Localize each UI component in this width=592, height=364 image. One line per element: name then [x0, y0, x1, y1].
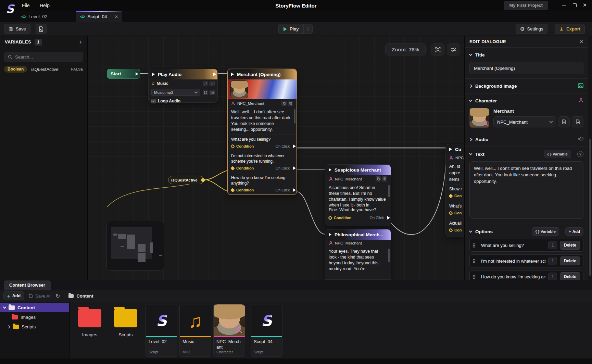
background-section-header[interactable]: Background Image: [469, 81, 583, 90]
script-preview-button[interactable]: [36, 24, 47, 34]
dialogue-text-editor[interactable]: Well, well... I don't often see traveler…: [469, 161, 583, 219]
drag-handle-icon[interactable]: [473, 275, 476, 279]
condition-port[interactable]: [230, 188, 235, 192]
window-close-button[interactable]: ✕: [580, 0, 590, 10]
save-button[interactable]: Save: [4, 24, 30, 34]
options-section-header[interactable]: Options { } Variable +Add: [469, 227, 583, 236]
node-header[interactable]: Philosophical Merch...: [325, 229, 391, 240]
node-header[interactable]: Merchant (Opening): [228, 69, 297, 79]
node-variable-isquestactive[interactable]: isQuestActive: [168, 176, 204, 184]
file-import-button[interactable]: [210, 90, 215, 95]
asset-scripts-folder[interactable]: Scripts: [110, 309, 141, 337]
output-port[interactable]: [293, 145, 296, 148]
node-play-audio[interactable]: Play Audio ♫ Music ⇄ ▷ Music.mp3: [148, 69, 218, 103]
variable-row[interactable]: Boolean isQuestActive FALSE: [4, 64, 83, 74]
play-button[interactable]: Play: [279, 24, 303, 34]
input-port[interactable]: [449, 148, 452, 151]
dialogue-text[interactable]: A cautious one! Smart in these times. Bu…: [325, 183, 391, 207]
open-character-button[interactable]: [558, 116, 570, 127]
scrollbar-thumb[interactable]: [589, 139, 591, 276]
window-maximize-button[interactable]: [569, 0, 580, 10]
condition-port[interactable]: [230, 144, 235, 149]
insert-variable-button[interactable]: { } Variable: [532, 227, 559, 236]
tree-item-images[interactable]: Images: [0, 312, 69, 322]
add-variable-button[interactable]: +: [79, 39, 83, 46]
tab-close-icon[interactable]: ✕: [115, 14, 118, 19]
dialogue-option-2[interactable]: I'm not interested in whatever scheme yo…: [228, 151, 297, 173]
tab-script-04[interactable]: </> Script_04 ✕: [76, 11, 122, 22]
window-minimize-button[interactable]: [559, 0, 569, 10]
search-input[interactable]: [15, 54, 73, 60]
asset-card-music[interactable]: ♫ Music MP3: [179, 304, 211, 357]
tree-item-scripts[interactable]: Scripts: [0, 322, 69, 331]
output-port[interactable]: [293, 188, 296, 192]
delete-option-button[interactable]: Delete: [560, 241, 580, 250]
horizontal-scrollbar-track[interactable]: [0, 359, 592, 364]
content-browser-tab[interactable]: Content Browser: [4, 280, 51, 290]
asset-card-level-02[interactable]: S Level_02 Script: [146, 304, 177, 357]
character-thumbnail[interactable]: [469, 108, 489, 128]
copy-icon-button[interactable]: [281, 101, 287, 106]
variable-search[interactable]: [4, 52, 83, 62]
panel-close-button[interactable]: ✕: [579, 39, 583, 45]
refresh-button[interactable]: ↻: [55, 293, 60, 299]
text-scrollbar[interactable]: [388, 185, 390, 197]
import-character-button[interactable]: [572, 116, 583, 127]
node-merchant-opening[interactable]: Merchant (Opening) NPC_Merchant Well, we…: [227, 69, 297, 195]
input-port[interactable]: [152, 73, 155, 76]
insert-variable-button[interactable]: { } Variable: [544, 150, 571, 158]
condition-port[interactable]: [449, 228, 453, 233]
duplicate-icon-button[interactable]: [288, 101, 293, 106]
add-asset-button[interactable]: + Add: [3, 291, 24, 300]
title-section-header[interactable]: Title: [469, 50, 583, 59]
loop-icon-button[interactable]: ⇄: [203, 81, 208, 86]
tab-level-02[interactable]: </> Level_02: [17, 11, 51, 22]
save-all-button[interactable]: Save All: [28, 293, 51, 299]
input-port[interactable]: [231, 73, 234, 76]
text-scrollbar[interactable]: [388, 249, 390, 262]
dialogue-text[interactable]: Your eyes. They have that look - the kin…: [325, 247, 391, 276]
output-port[interactable]: [136, 72, 138, 76]
dialogue-option-1[interactable]: What are you selling? Condition On Click: [228, 135, 297, 151]
option-text-input[interactable]: [478, 243, 545, 248]
node-clipped-right[interactable]: Cu NPC_ Ah, st appre items Show r Con Wh…: [445, 144, 464, 237]
input-port[interactable]: [329, 233, 331, 236]
dialogue-option-3[interactable]: How do you know I'm seeking anything? Co…: [228, 173, 297, 195]
copy-icon-button[interactable]: [376, 176, 381, 181]
loop-audio-checkbox[interactable]: ✓: [151, 99, 156, 103]
fit-view-button[interactable]: [431, 43, 444, 55]
text-section-header[interactable]: Text { } Variable ?: [469, 150, 583, 159]
play-options-button[interactable]: ⋮: [303, 24, 312, 34]
condition-port[interactable]: [328, 216, 332, 220]
node-header[interactable]: Play Audio: [149, 69, 217, 79]
drag-handle-icon[interactable]: [473, 259, 476, 263]
node-graph-canvas[interactable]: Zoom: 78% Start Play Audio ♫ Music ⇄: [88, 36, 464, 280]
output-port[interactable]: [387, 216, 390, 219]
condition-port[interactable]: [449, 211, 453, 215]
node-suspicious-merchant[interactable]: Suspicious Merchant NPC_Merchant A cauti…: [325, 164, 391, 226]
dialogue-option-3[interactable]: Actuall Con: [446, 219, 464, 234]
preview-play-button[interactable]: ▷: [210, 81, 215, 86]
file-browse-button[interactable]: [203, 90, 208, 95]
minimap[interactable]: [106, 221, 164, 271]
drag-handle-icon[interactable]: [473, 243, 476, 248]
node-header[interactable]: Cu: [446, 144, 464, 154]
option-text-input[interactable]: [478, 259, 545, 264]
dialogue-option-1[interactable]: Condition On Click: [325, 213, 391, 223]
graph-settings-button[interactable]: [447, 43, 460, 55]
asset-card-npc-merchant[interactable]: NPC_Merchant Character: [213, 304, 245, 357]
dialogue-text[interactable]: Well, well... I don't often see traveler…: [228, 107, 297, 135]
output-port[interactable]: [293, 166, 296, 170]
help-icon[interactable]: ?: [577, 151, 583, 157]
output-port[interactable]: [213, 73, 216, 76]
add-option-button[interactable]: +Add: [565, 227, 583, 236]
condition-port[interactable]: [230, 166, 235, 171]
dialogue-option-1[interactable]: Show r Con: [446, 185, 464, 200]
delete-option-button[interactable]: Delete: [560, 256, 580, 265]
audio-file-select[interactable]: Music.mp3: [151, 89, 200, 96]
character-select[interactable]: NPC_Merchant: [493, 116, 556, 127]
panel-scrollbar[interactable]: [588, 36, 592, 280]
asset-card-script-04[interactable]: S Script_04 Script: [251, 304, 282, 357]
character-section-header[interactable]: Character: [469, 96, 583, 105]
asset-images-folder[interactable]: Images: [74, 309, 105, 337]
